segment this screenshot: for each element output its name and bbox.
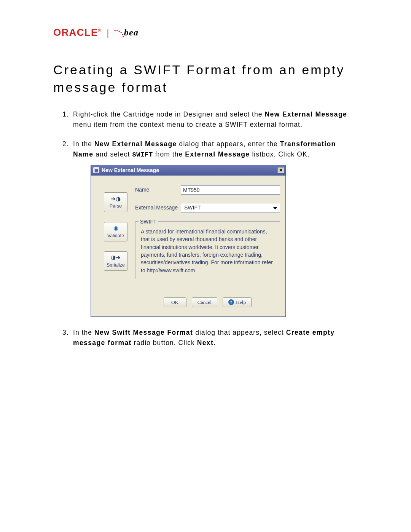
step-text: . [213,339,216,347]
step-text: radio button. Click [132,339,197,347]
bea-text: bea [124,27,139,38]
step-text: In the [73,329,94,336]
help-label: Help [236,299,246,307]
serialize-label: Serialize [107,262,125,269]
step-text: In the [73,140,94,148]
name-label: Name [135,186,181,194]
step-num: 2. [62,139,69,149]
step-bold: New External Message [94,140,177,148]
dialog-body: ➜◑ Parse ◉ Validate ◑➜ Serialize [91,176,285,316]
dialog-title-left: ▦ New External Message [93,166,159,175]
dialog-title-text: New External Message [102,166,159,175]
external-message-select[interactable]: SWIFT [181,203,280,213]
parse-button[interactable]: ➜◑ Parse [104,192,127,212]
bea-swoosh-icon [114,29,124,38]
step-text: Right-click the Cartridge node in Design… [73,110,265,118]
step-text: from the [153,150,185,158]
external-message-row: External Message SWIFT [135,203,280,213]
steps-list: 1. Right-click the Cartridge node in Des… [53,109,358,348]
step-text: dialog that appears, enter the [177,140,280,148]
cancel-label: Cancel [198,299,212,307]
step-num: 3. [62,328,69,338]
oracle-logo: ORACLE® [53,27,101,38]
chevron-down-icon [273,207,277,209]
serialize-button[interactable]: ◑➜ Serialize [104,251,127,271]
step-1: 1. Right-click the Cartridge node in Des… [62,109,358,130]
step-text: menu item from the context menu to creat… [73,121,303,128]
validate-icon: ◉ [112,225,119,232]
step-num: 1. [62,109,69,120]
cancel-button[interactable]: Cancel [192,297,217,307]
step-bold: New Swift Message Format [94,329,193,336]
close-icon: ✕ [279,167,283,174]
dialog-sidebar: ➜◑ Parse ◉ Validate ◑➜ Serialize [96,185,135,313]
step-bold: External Message [185,150,250,158]
dialog-title-icon: ▦ [93,167,99,173]
page-title: Creating a SWIFT Format from an empty me… [53,61,358,96]
close-button[interactable]: ✕ [277,167,284,173]
name-input[interactable] [181,185,280,195]
step-text: dialog that appears, select [193,329,286,336]
step-2: 2. In the New External Message dialog th… [62,139,358,317]
logo-divider: | [107,27,110,38]
step-code: SWIFT [132,151,153,158]
step-text: and select [93,150,132,158]
bea-logo: bea [115,27,139,38]
external-message-label: External Message [135,204,181,212]
ok-button[interactable]: OK [164,297,186,307]
groupbox-description: A standard for international financial c… [141,228,273,273]
name-row: Name [135,185,280,195]
groupbox-legend: SWIFT [139,218,158,225]
logo-row: ORACLE® | bea [53,27,358,38]
parse-label: Parse [110,203,122,210]
parse-icon: ➜◑ [112,195,119,202]
validate-button[interactable]: ◉ Validate [104,222,127,241]
external-message-value: SWIFT [184,204,201,212]
dialog-titlebar: ▦ New External Message ✕ [91,165,285,176]
serialize-icon: ◑➜ [112,254,119,261]
new-external-message-dialog: ▦ New External Message ✕ ➜◑ Parse [91,165,286,317]
step-text: listbox. Click OK. [250,150,309,158]
step-3: 3. In the New Swift Message Format dialo… [62,328,358,348]
dialog-footer: OK Cancel ? Help [135,294,280,313]
step-bold: New External Message [265,110,347,118]
validate-label: Validate [107,232,124,240]
reg-mark: ® [98,29,102,33]
swift-groupbox: SWIFT A standard for international finan… [135,221,280,279]
oracle-text: ORACLE [53,27,98,38]
dialog-figure: ▦ New External Message ✕ ➜◑ Parse [91,165,358,317]
help-button[interactable]: ? Help [223,297,252,307]
step-bold: Next [197,339,214,347]
help-icon: ? [228,299,234,305]
ok-label: OK [171,299,179,307]
dialog-main: Name External Message SWIFT SWIFT [135,185,280,313]
